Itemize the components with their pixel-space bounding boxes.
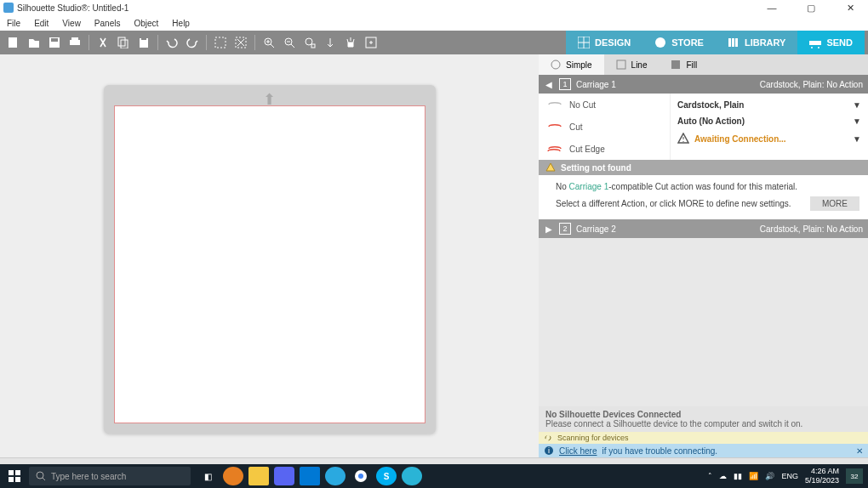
start-button[interactable]: [0, 470, 29, 482]
opt-no-cut[interactable]: No Cut: [539, 94, 670, 116]
expand-icon[interactable]: ▶: [544, 224, 554, 234]
svg-text:i: i: [548, 446, 550, 455]
more-button[interactable]: MORE: [810, 196, 859, 211]
material-dropdown[interactable]: Cardstock, Plain ▼: [676, 97, 863, 113]
carriage-2-title: Carriage 2: [576, 224, 616, 234]
library-icon: [728, 37, 740, 48]
opt-cut-edge[interactable]: Cut Edge: [539, 138, 670, 160]
setting-not-found-banner: Setting not found: [539, 160, 868, 175]
system-tray: ˄ ☁ ▮▮ 📶 🔊 ENG 4:26 AM 5/19/2023 32: [708, 467, 868, 485]
zoom-fit-icon[interactable]: [322, 34, 339, 51]
menubar: File Edit View Panels Object Help: [0, 15, 868, 31]
window-controls: — ▢ ✕: [757, 3, 865, 14]
redo-icon[interactable]: [184, 34, 201, 51]
action-dropdown[interactable]: Auto (No Action) ▼: [676, 113, 863, 129]
copy-icon[interactable]: [115, 34, 132, 51]
mode-simple[interactable]: Simple: [539, 54, 604, 75]
tray-language[interactable]: ENG: [781, 472, 798, 480]
help-row: i Click here if you have trouble connect…: [539, 444, 868, 457]
search-box[interactable]: Type here to search: [29, 467, 191, 485]
opt-cut[interactable]: Cut: [539, 116, 670, 138]
panel-footer: No Silhouette Devices Connected Please c…: [539, 406, 868, 457]
workspace: ⬆ Simple Line Fill ◀ 1 Carriage 1 Cardst…: [0, 54, 868, 457]
fit-page-icon[interactable]: [363, 34, 380, 51]
new-file-icon[interactable]: [5, 34, 22, 51]
zoom-in-icon[interactable]: [260, 34, 277, 51]
taskbar-apps: ◧ S: [197, 467, 422, 485]
menu-edit[interactable]: Edit: [34, 19, 49, 28]
carriage-1-header[interactable]: ◀ 1 Carriage 1 Cardstock, Plain: No Acti…: [539, 75, 868, 94]
design-page[interactable]: [114, 105, 425, 423]
zoom-select-icon[interactable]: [301, 34, 318, 51]
tray-chevron-icon[interactable]: ˄: [708, 472, 712, 480]
undo-icon[interactable]: [163, 34, 180, 51]
tab-design[interactable]: DESIGN: [566, 31, 642, 54]
zoom-out-icon[interactable]: [281, 34, 298, 51]
spinner-icon: [544, 434, 552, 442]
warning-icon: [677, 133, 689, 145]
app-edge-icon[interactable]: [325, 467, 345, 485]
mode-line[interactable]: Line: [604, 54, 660, 75]
print-icon[interactable]: [66, 34, 83, 51]
deselect-icon[interactable]: [232, 34, 249, 51]
paste-icon[interactable]: [135, 34, 152, 51]
open-file-icon[interactable]: [26, 34, 43, 51]
cutting-mat: ⬆: [104, 85, 436, 434]
scroll-track[interactable]: [0, 457, 868, 464]
app-explorer-icon[interactable]: [248, 467, 269, 485]
menu-panels[interactable]: Panels: [94, 19, 121, 28]
svg-rect-6: [121, 40, 128, 48]
menu-object[interactable]: Object: [134, 19, 158, 28]
menu-file[interactable]: File: [7, 19, 20, 28]
notification-button[interactable]: 32: [846, 468, 863, 484]
canvas-area[interactable]: ⬆: [0, 54, 539, 457]
connection-row[interactable]: Awaiting Connection... ▼: [676, 129, 863, 148]
close-button[interactable]: ✕: [836, 3, 865, 14]
cut-icon[interactable]: [94, 34, 111, 51]
tray-wifi-icon[interactable]: 📶: [749, 472, 758, 480]
help-link[interactable]: Click here: [559, 446, 597, 456]
save-icon[interactable]: [46, 34, 63, 51]
carriage-1-title: Carriage 1: [576, 80, 616, 89]
tray-battery-icon[interactable]: ▮▮: [734, 472, 742, 480]
select-icon[interactable]: [212, 34, 229, 51]
send-panel: Simple Line Fill ◀ 1 Carriage 1 Cardstoc…: [539, 54, 868, 457]
clock[interactable]: 4:26 AM 5/19/2023: [805, 467, 839, 485]
tray-cloud-icon[interactable]: ☁: [719, 472, 727, 480]
store-icon: [654, 37, 666, 48]
svg-rect-19: [732, 38, 734, 47]
info-icon: i: [544, 445, 554, 456]
grid-icon: [578, 37, 590, 48]
menu-view[interactable]: View: [62, 19, 81, 28]
app-store-icon[interactable]: [300, 467, 320, 485]
send-icon: [809, 37, 821, 48]
tab-library[interactable]: LIBRARY: [716, 31, 797, 54]
carriage-link[interactable]: Carriage 1: [569, 182, 609, 191]
action-options: No Cut Cut Cut Edge: [539, 94, 671, 160]
taskbar: Type here to search ◧ S ˄ ☁ ▮▮ 📶 🔊 ENG 4…: [0, 464, 868, 488]
tab-store[interactable]: STORE: [642, 31, 716, 54]
dismiss-help-button[interactable]: ✕: [856, 446, 863, 456]
taskview-icon[interactable]: ◧: [197, 467, 218, 485]
app-chrome-icon[interactable]: [351, 467, 371, 485]
tab-send[interactable]: SEND: [797, 31, 865, 54]
maximize-button[interactable]: ▢: [797, 3, 825, 14]
app-icon: [3, 3, 14, 13]
carriage-2-header[interactable]: ▶ 2 Carriage 2 Cardstock, Plain: No Acti…: [539, 219, 868, 238]
tray-sound-icon[interactable]: 🔊: [765, 472, 774, 480]
device-status: No Silhouette Devices Connected Please c…: [539, 406, 868, 432]
warning-icon: [545, 162, 556, 173]
mode-fill[interactable]: Fill: [659, 54, 709, 75]
fill-icon: [671, 60, 681, 70]
minimize-button[interactable]: —: [757, 3, 786, 14]
app-discord-icon[interactable]: [274, 467, 294, 485]
menu-help[interactable]: Help: [172, 19, 190, 28]
collapse-icon[interactable]: ◀: [544, 80, 554, 89]
app-silhouette-icon[interactable]: [402, 467, 422, 485]
svg-point-34: [37, 472, 43, 479]
circle-icon: [551, 60, 561, 70]
app-skype-icon[interactable]: S: [376, 467, 397, 485]
app-wallaby-icon[interactable]: [223, 467, 243, 485]
pan-icon[interactable]: [342, 34, 359, 51]
carriage-1-body: No Cut Cut Cut Edge Cardstock, Plain ▼ A…: [539, 94, 868, 160]
